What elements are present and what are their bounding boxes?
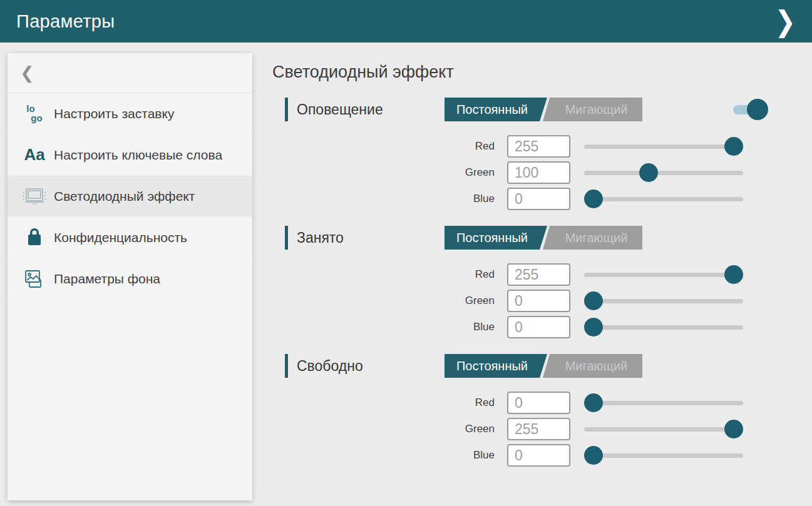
sidebar-item-icon: Aa — [15, 145, 54, 164]
sidebar-item-label: Настроить заставку — [54, 106, 174, 122]
blue-slider[interactable] — [584, 445, 743, 465]
section-title: Оповещение — [297, 101, 383, 118]
channel-label: Green — [438, 295, 495, 307]
led-section: Занято Постоянный Мигающий Red Green — [272, 225, 812, 338]
images-icon — [23, 268, 46, 290]
channel-row: Red — [438, 135, 812, 158]
sidebar-item-icon — [15, 186, 54, 207]
channel-label: Red — [438, 140, 495, 153]
mode-segmented-control: Постоянный Мигающий — [445, 98, 642, 121]
sections: Оповещение Постоянный Мигающий Red Green — [272, 97, 812, 467]
green-slider[interactable] — [584, 419, 743, 439]
red-slider[interactable] — [584, 265, 743, 285]
sidebar-items: logo Настроить заставку Aa Настроить клю… — [8, 93, 252, 300]
green-value-input[interactable] — [507, 290, 570, 312]
sidebar-back-button[interactable]: ❮ — [8, 53, 252, 93]
slider-track — [584, 197, 743, 201]
main-panel: Светодиодный эффект Оповещение Постоянны… — [252, 43, 812, 482]
channel-row: Green — [438, 290, 812, 312]
slider-thumb[interactable] — [584, 318, 603, 336]
slider-thumb[interactable] — [724, 420, 743, 438]
green-value-input[interactable] — [507, 418, 570, 440]
section-title: Свободно — [297, 358, 363, 375]
mode-solid-button[interactable]: Постоянный — [445, 354, 547, 378]
letters-icon: Aa — [24, 145, 44, 164]
lock-icon — [24, 226, 44, 249]
green-value-input[interactable] — [507, 161, 570, 184]
chevron-right-icon[interactable]: ❯ — [774, 7, 796, 36]
blue-value-input[interactable] — [507, 316, 570, 338]
mode-blink-button[interactable]: Мигающий — [543, 226, 642, 250]
mode-solid-button[interactable]: Постоянный — [445, 226, 547, 250]
logo-icon: logo — [26, 104, 42, 123]
slider-track — [584, 325, 743, 330]
sidebar-item-label: Параметры фона — [54, 271, 160, 287]
red-value-input[interactable] — [507, 263, 570, 286]
slider-track — [584, 273, 743, 277]
channel-row: Blue — [438, 188, 812, 210]
slider-track — [584, 401, 743, 405]
section-accent-bar — [285, 354, 288, 378]
blue-slider[interactable] — [584, 189, 743, 209]
channel-rows: Red Green Blue — [438, 135, 812, 210]
monitor-icon — [21, 186, 48, 207]
slider-thumb[interactable] — [724, 265, 743, 284]
sidebar-item-icon — [15, 268, 54, 290]
section-accent-bar — [285, 226, 288, 250]
sidebar-item-icon — [15, 226, 54, 249]
mode-solid-button[interactable]: Постоянный — [445, 98, 547, 121]
sidebar-item-4[interactable]: Параметры фона — [8, 258, 252, 300]
sidebar-item-label: Конфиденциальность — [54, 230, 187, 246]
slider-thumb[interactable] — [639, 163, 658, 182]
channel-row: Green — [438, 418, 812, 440]
sidebar-item-3[interactable]: Конфиденциальность — [8, 217, 252, 258]
mode-segmented-control: Постоянный Мигающий — [445, 354, 642, 378]
enable-toggle[interactable] — [733, 99, 768, 120]
chevron-left-icon: ❮ — [20, 63, 34, 83]
slider-thumb[interactable] — [584, 393, 603, 412]
channel-row: Blue — [438, 444, 812, 467]
channel-rows: Red Green Blue — [438, 263, 812, 338]
channel-label: Blue — [438, 449, 495, 462]
section-header: Оповещение Постоянный Мигающий — [272, 97, 812, 122]
sidebar-item-0[interactable]: logo Настроить заставку — [8, 93, 252, 134]
mode-blink-button[interactable]: Мигающий — [543, 354, 642, 378]
led-section: Свободно Постоянный Мигающий Red Green — [272, 353, 812, 467]
channel-label: Red — [438, 397, 495, 409]
sidebar-item-2[interactable]: Светодиодный эффект — [8, 176, 252, 217]
channel-label: Blue — [438, 321, 495, 333]
blue-value-input[interactable] — [507, 188, 570, 210]
sidebar-item-icon: logo — [15, 104, 54, 123]
led-section: Оповещение Постоянный Мигающий Red Green — [272, 97, 812, 210]
slider-thumb[interactable] — [584, 291, 603, 310]
slider-track — [584, 299, 743, 303]
channel-rows: Red Green Blue — [438, 392, 812, 467]
app-header: Параметры ❯ — [0, 0, 812, 43]
page-title: Параметры — [16, 11, 115, 32]
slider-track — [584, 144, 743, 149]
red-value-input[interactable] — [507, 392, 570, 414]
red-value-input[interactable] — [507, 135, 570, 158]
channel-row: Blue — [438, 316, 812, 338]
section-accent-bar — [285, 98, 288, 121]
slider-track — [584, 171, 743, 175]
green-slider[interactable] — [584, 291, 743, 311]
channel-label: Green — [438, 423, 495, 435]
blue-value-input[interactable] — [507, 444, 570, 467]
green-slider[interactable] — [584, 163, 743, 183]
slider-thumb[interactable] — [584, 190, 603, 208]
red-slider[interactable] — [584, 136, 743, 156]
sidebar-item-label: Светодиодный эффект — [54, 188, 195, 205]
section-title: Занято — [297, 230, 344, 246]
slider-thumb[interactable] — [724, 137, 743, 156]
mode-blink-button[interactable]: Мигающий — [543, 98, 642, 121]
section-header: Свободно Постоянный Мигающий — [272, 353, 812, 378]
sidebar-item-1[interactable]: Aa Настроить ключевые слова — [8, 134, 252, 176]
blue-slider[interactable] — [584, 317, 743, 337]
slider-track — [584, 427, 743, 432]
content: ❮ logo Настроить заставку Aa Настроить к… — [0, 43, 812, 506]
main-title: Светодиодный эффект — [272, 63, 812, 82]
slider-thumb[interactable] — [584, 446, 603, 465]
sidebar: ❮ logo Настроить заставку Aa Настроить к… — [8, 53, 252, 500]
red-slider[interactable] — [584, 393, 743, 413]
